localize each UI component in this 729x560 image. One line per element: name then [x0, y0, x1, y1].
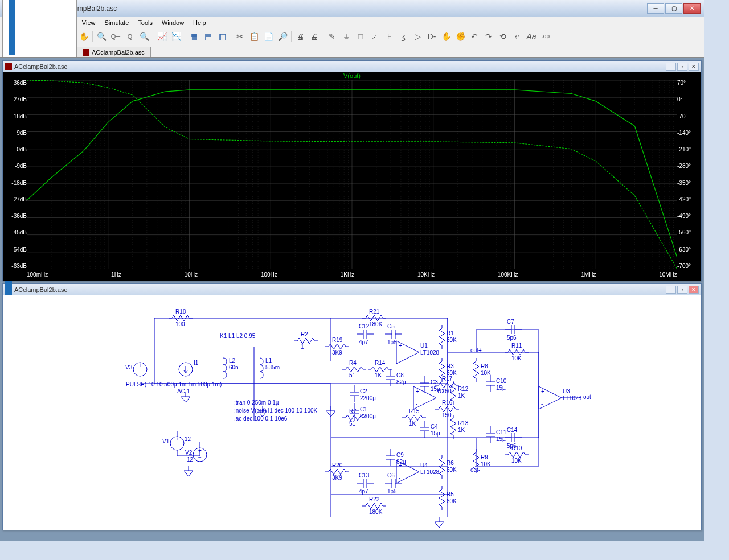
svg-text:1: 1 — [301, 344, 304, 350]
tile-vert-button[interactable]: ▥ — [215, 30, 229, 43]
tile-horiz-button[interactable]: ▤ — [201, 30, 215, 43]
svg-text:out: out — [583, 394, 591, 400]
tab-label: ACclampBal2b.asc — [92, 49, 145, 56]
diode-button[interactable]: ▷ — [411, 30, 424, 43]
child-maximize-button[interactable]: ▫ — [677, 286, 687, 294]
svg-text:I1: I1 — [194, 360, 199, 366]
svg-text:-: - — [399, 355, 400, 361]
inductor-button[interactable]: ʒ — [396, 30, 410, 43]
undo-button[interactable]: ↶ — [468, 30, 481, 43]
place-text-button[interactable]: Aa — [525, 30, 538, 43]
svg-text:R3: R3 — [447, 363, 454, 369]
schematic-title: ACclampBal2b.asc — [14, 286, 67, 293]
pan-button[interactable]: Q─ — [109, 30, 122, 43]
svg-text:LT1028: LT1028 — [420, 349, 440, 356]
drag-button[interactable]: ✊ — [453, 30, 467, 43]
svg-text:R18: R18 — [175, 308, 186, 315]
paste-button[interactable]: 📄 — [261, 30, 275, 43]
menu-tools[interactable]: Tools — [133, 18, 157, 27]
waveform-window: ACclampBal2b.asc ─ ▫ ✕ V(out) 36dB27dB18… — [2, 60, 702, 281]
tab-waveform[interactable]: ACclampBal2b.asc — [76, 47, 151, 57]
child-close-button[interactable]: ✕ — [689, 286, 699, 294]
svg-text:.ac dec 100 0.1 10e6: .ac dec 100 0.1 10e6 — [234, 415, 288, 422]
svg-text:C7: C7 — [507, 319, 514, 325]
spice-directive-button[interactable]: .op — [539, 30, 552, 43]
svg-text:2200µ: 2200µ — [360, 413, 376, 419]
svg-text:150: 150 — [442, 388, 452, 394]
schematic-icon — [9, 0, 15, 55]
trace-label[interactable]: V(out) — [343, 72, 361, 79]
svg-text:U3: U3 — [563, 388, 570, 394]
svg-text:R11: R11 — [511, 343, 522, 349]
schematic-titlebar[interactable]: ACclampBal2b.asc ─ ▫ ✕ — [3, 284, 701, 295]
menu-help[interactable]: Help — [189, 18, 211, 27]
zoom-out-button[interactable]: Q — [123, 30, 137, 43]
svg-text:V2: V2 — [185, 450, 193, 456]
menu-view[interactable]: View — [77, 18, 100, 27]
maximize-button[interactable]: ▢ — [665, 3, 682, 14]
x-axis: 100mHz1Hz10Hz100Hz1KHz10KHz100KHz1MHz10M… — [27, 271, 677, 279]
svg-text:R14: R14 — [375, 360, 386, 366]
move-button[interactable]: ✋ — [439, 30, 453, 43]
svg-text:535m: 535m — [265, 364, 280, 370]
svg-text:1K: 1K — [375, 372, 382, 378]
mirror-button[interactable]: ⎌ — [510, 30, 524, 43]
child-minimize-button[interactable]: ─ — [666, 63, 676, 71]
draw-wire-button[interactable]: ✎ — [325, 30, 339, 43]
resistor-button[interactable]: ⟋ — [368, 30, 382, 43]
component-button[interactable]: D- — [425, 30, 439, 43]
redo-button[interactable]: ↷ — [482, 30, 495, 43]
autorange-button[interactable]: 📈 — [155, 30, 169, 43]
svg-text:1p5: 1p5 — [387, 488, 397, 495]
svg-text:51: 51 — [349, 421, 356, 427]
capacitor-button[interactable]: ⊦ — [382, 30, 396, 43]
svg-text:C1: C1 — [360, 406, 367, 413]
svg-text:10K: 10K — [511, 458, 522, 464]
svg-text:1K: 1K — [409, 421, 416, 427]
label-net-button[interactable]: □ — [354, 30, 367, 43]
svg-text:180K: 180K — [369, 321, 383, 327]
svg-text:C13: C13 — [359, 472, 370, 479]
menu-simulate[interactable]: Simulate — [100, 18, 133, 27]
svg-text:+: + — [399, 462, 402, 468]
minimize-button[interactable]: ─ — [647, 3, 664, 14]
close-button[interactable]: ✕ — [683, 3, 701, 14]
y-axis-left: 36dB27dB18dB9dB0dB-9dB-18dB-27dB-36dB-45… — [4, 80, 27, 269]
ground-button[interactable]: ⏚ — [339, 30, 353, 43]
find-button[interactable]: 🔎 — [276, 30, 289, 43]
svg-text:+: + — [541, 388, 544, 394]
svg-text:U1: U1 — [420, 343, 428, 349]
copy-button[interactable]: 📋 — [247, 30, 261, 43]
svg-text:R20: R20 — [332, 462, 343, 468]
schematic-canvas[interactable]: R18100+−V3PULSE(-10 10 500µ 1m 1m 500µ 1… — [3, 295, 701, 530]
zoom-in-button[interactable]: 🔍 — [95, 30, 108, 43]
menu-window[interactable]: Window — [157, 18, 189, 27]
svg-text:C3: C3 — [431, 379, 438, 385]
svg-text:5p6: 5p6 — [507, 443, 517, 449]
print-button[interactable]: 🖨 — [293, 30, 307, 43]
svg-text:PULSE(-10 10 500µ 1m 1m 500µ 1: PULSE(-10 10 500µ 1m 1m 500µ 1m) — [126, 381, 222, 388]
child-minimize-button[interactable]: ─ — [666, 286, 676, 294]
tile-button[interactable]: ▦ — [187, 30, 200, 43]
child-close-button[interactable]: ✕ — [689, 63, 699, 71]
print-setup-button[interactable]: 🖨 — [308, 30, 321, 43]
fft-button[interactable]: 📉 — [169, 30, 183, 43]
rotate-button[interactable]: ⟲ — [496, 30, 510, 43]
svg-text:+: + — [416, 388, 419, 394]
svg-text:+: + — [175, 436, 179, 442]
waveform-titlebar[interactable]: ACclampBal2b.asc ─ ▫ ✕ — [3, 61, 701, 72]
plot-area[interactable]: V(out) 36dB27dB18dB9dB0dB-9dB-18dB-27dB-… — [3, 72, 701, 281]
cut-button[interactable]: ✂ — [233, 30, 247, 43]
svg-text:15µ: 15µ — [431, 430, 440, 437]
child-maximize-button[interactable]: ▫ — [677, 63, 687, 71]
svg-text:V3: V3 — [125, 364, 133, 370]
svg-text:R21: R21 — [369, 308, 380, 315]
svg-text:+: + — [138, 362, 142, 368]
svg-text:1K: 1K — [458, 427, 465, 433]
tab-schematic[interactable]: ACclampBal2b.asc — [2, 0, 77, 57]
zoom-extents-button[interactable]: 🔍 — [137, 30, 151, 43]
plot-canvas[interactable] — [27, 80, 677, 269]
halt-button[interactable]: ✋ — [77, 30, 91, 43]
svg-text:-: - — [541, 401, 543, 407]
svg-text:C11: C11 — [496, 429, 507, 435]
